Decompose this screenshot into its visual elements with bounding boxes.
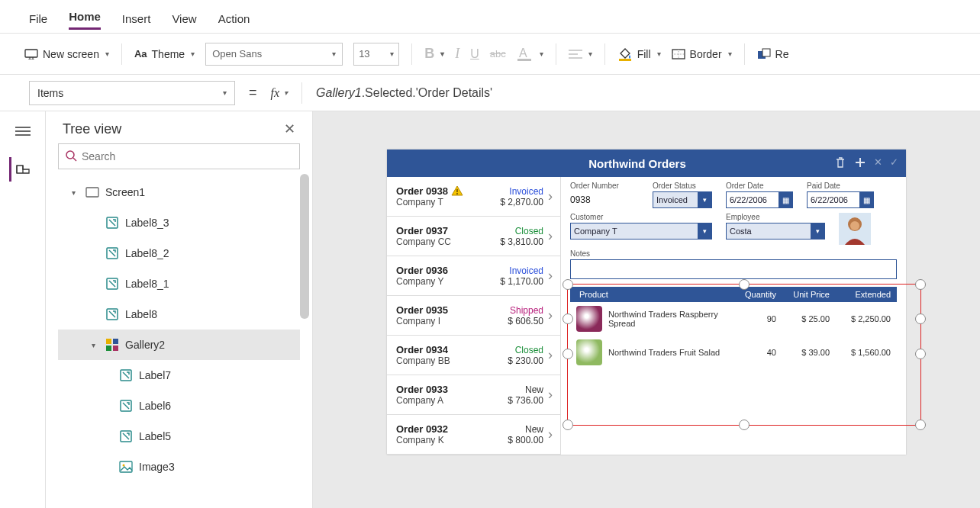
- chevron-right-icon: ›: [543, 387, 553, 403]
- strike-button[interactable]: abc: [490, 48, 506, 59]
- grid-row[interactable]: Northwind Traders Raspberry Spread90$ 25…: [570, 302, 897, 336]
- fill-button[interactable]: Fill ▾: [617, 47, 661, 61]
- order-status: Closed: [500, 226, 543, 236]
- chevron-down-icon: ▾: [811, 223, 824, 239]
- tree-node-label8_2[interactable]: Label8_2: [58, 238, 300, 268]
- search-input[interactable]: [82, 150, 293, 162]
- order-amount: $ 736.00: [508, 395, 543, 406]
- canvas[interactable]: Northwind Orders ✕ ✓ Order 0938Company T…: [313, 111, 980, 508]
- svg-rect-9: [619, 59, 631, 61]
- chevron-down-icon: ▾: [284, 88, 288, 97]
- font-color-button[interactable]: A▾: [517, 47, 543, 62]
- svg-rect-29: [106, 339, 111, 344]
- screen-icon: [24, 49, 38, 59]
- menu-insert[interactable]: Insert: [122, 12, 151, 30]
- tree-label: Label8_2: [125, 247, 169, 259]
- italic-button[interactable]: I: [455, 46, 459, 62]
- chevron-down-icon: ▾: [698, 192, 711, 207]
- menu-file[interactable]: File: [29, 12, 47, 30]
- svg-line-22: [109, 220, 115, 226]
- customer-label: Customer: [570, 213, 712, 221]
- order-row[interactable]: Order 0933Company ANew$ 736.00›: [387, 375, 560, 415]
- tree-node-label8_3[interactable]: Label8_3: [58, 207, 300, 238]
- reorder-button[interactable]: Re: [757, 48, 789, 60]
- font-size-select[interactable]: 13 ▾: [353, 43, 399, 66]
- order-number: Order 0933: [396, 384, 508, 395]
- app-preview: Northwind Orders ✕ ✓ Order 0938Company T…: [387, 150, 906, 455]
- employee-label: Employee: [726, 213, 825, 221]
- font-select[interactable]: Open Sans ▾: [205, 43, 343, 66]
- svg-text:A: A: [519, 47, 527, 59]
- svg-line-26: [109, 281, 115, 287]
- menu-home[interactable]: Home: [69, 10, 101, 30]
- order-status-select[interactable]: Invoiced▾: [653, 191, 712, 208]
- menu-bar: File Home Insert View Action: [0, 0, 980, 34]
- chevron-down-icon: ▾: [657, 50, 661, 58]
- product-thumb: [576, 306, 602, 332]
- align-button[interactable]: ▾: [569, 49, 592, 59]
- plus-icon[interactable]: [854, 156, 866, 171]
- menu-view[interactable]: View: [172, 12, 196, 30]
- order-company: Company I: [396, 316, 508, 326]
- customer-select[interactable]: Company T▾: [570, 223, 712, 240]
- scrollbar-thumb[interactable]: [300, 174, 309, 319]
- fx-button[interactable]: fx ▾: [271, 86, 289, 100]
- qty: 90: [723, 314, 776, 323]
- employee-select[interactable]: Costa▾: [726, 223, 825, 240]
- tree-node-screen1[interactable]: ▾Screen1: [58, 177, 300, 207]
- grid-row[interactable]: Northwind Traders Fruit Salad40$ 39.00$ …: [570, 336, 897, 369]
- menu-action[interactable]: Action: [218, 12, 250, 30]
- tree-node-label8_1[interactable]: Label8_1: [58, 268, 300, 299]
- notes-input[interactable]: [570, 259, 897, 279]
- new-screen-button[interactable]: New screen ▾: [24, 48, 109, 60]
- trash-icon[interactable]: [834, 156, 846, 171]
- label-icon: [105, 277, 119, 291]
- order-row[interactable]: Order 0935Company IShipped$ 606.50›: [387, 296, 560, 336]
- main-layout: Tree view ✕ ▾Screen1Label8_3Label8_2Labe…: [0, 111, 980, 508]
- tree-label: Label8: [125, 308, 157, 320]
- tree-scroll[interactable]: ▾Screen1Label8_3Label8_2Label8_1Label8▾G…: [58, 177, 300, 508]
- close-icon[interactable]: ✕: [284, 121, 295, 137]
- paid-date-input[interactable]: 6/22/2006▦: [807, 191, 874, 208]
- chevron-down-icon: ▾: [223, 88, 227, 97]
- theme-button[interactable]: Aa Theme ▾: [134, 48, 195, 60]
- tree-node-label6[interactable]: Label6: [58, 391, 300, 421]
- svg-rect-31: [106, 346, 111, 351]
- order-company: Company T: [396, 197, 500, 207]
- formula-bar: Items ▾ = fx ▾ Gallery1.Selected.'Order …: [0, 75, 980, 111]
- tree-node-gallery2[interactable]: ▾Gallery2: [58, 330, 300, 360]
- underline-button[interactable]: U: [470, 47, 479, 61]
- tree-node-label5[interactable]: Label5: [58, 421, 300, 452]
- order-row[interactable]: Order 0936Company YInvoiced$ 1,170.00›: [387, 256, 560, 296]
- order-date-input[interactable]: 6/22/2006▦: [726, 191, 793, 208]
- check-icon[interactable]: ✓: [890, 156, 898, 171]
- product-name: Northwind Traders Fruit Salad: [608, 348, 723, 357]
- cancel-x-icon[interactable]: ✕: [874, 156, 882, 171]
- order-row[interactable]: Order 0937Company CCClosed$ 3,810.00›: [387, 217, 560, 256]
- fill-label: Fill: [637, 48, 651, 60]
- tree-node-label8[interactable]: Label8: [58, 299, 300, 330]
- svg-line-28: [109, 311, 115, 317]
- hamburger-icon[interactable]: [11, 119, 35, 143]
- order-row[interactable]: Order 0938Company TInvoiced$ 2,870.00›: [387, 177, 560, 217]
- gallery2[interactable]: Product Quantity Unit Price Extended Nor…: [570, 287, 897, 369]
- border-button[interactable]: Border ▾: [672, 48, 732, 60]
- chevron-right-icon: ›: [543, 228, 553, 244]
- tree-node-label7[interactable]: Label7: [58, 360, 300, 391]
- separator: [744, 43, 745, 65]
- svg-rect-39: [120, 461, 132, 472]
- formula-input[interactable]: Gallery1.Selected.'Order Details': [316, 85, 492, 100]
- tree-node-image3[interactable]: Image3: [58, 452, 300, 482]
- property-select[interactable]: Items ▾: [29, 81, 235, 105]
- bold-button[interactable]: B▾: [424, 46, 444, 62]
- screen-icon: [85, 185, 99, 199]
- order-row[interactable]: Order 0932Company KNew$ 800.00›: [387, 415, 560, 455]
- separator: [411, 43, 412, 65]
- tree-label: Label7: [139, 369, 171, 381]
- search-box[interactable]: [58, 143, 300, 169]
- tree-label: Gallery2: [125, 339, 165, 351]
- tree-label: Label5: [139, 430, 171, 442]
- tree-view-rail-icon[interactable]: [9, 157, 34, 182]
- new-screen-label: New screen: [43, 48, 99, 60]
- order-row[interactable]: Order 0934Company BBClosed$ 230.00›: [387, 336, 560, 375]
